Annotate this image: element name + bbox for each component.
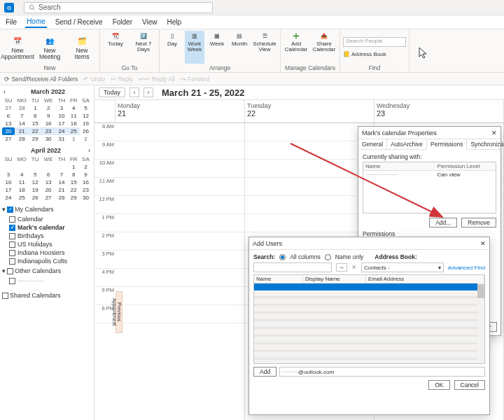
today-button[interactable]: 📆Today [103,31,128,64]
add-button[interactable]: Add... [429,218,457,227]
calendar-item[interactable]: ────── [2,276,92,285]
close-icon[interactable]: ✕ [491,130,497,136]
new-meeting-button[interactable]: 👥New Meeting [35,31,64,64]
checkbox-icon[interactable] [9,250,15,256]
other-calendars-header[interactable]: ▾ Other Calendars [2,267,92,274]
checkbox-icon[interactable] [9,241,15,248]
day-header-wednesday[interactable]: Wednesday23 [374,100,504,122]
checkbox-icon[interactable] [9,278,15,284]
group-label-goto: Go To [103,64,156,71]
next-month-button[interactable]: › [88,147,90,154]
workweek-button[interactable]: ▥Work Week [185,31,204,64]
ribbon-tabs: File Home Send / Receive Folder View Hel… [0,15,504,29]
checkbox-icon[interactable] [7,206,13,213]
tab-autoarchive[interactable]: AutoArchive [387,139,427,149]
tab-folder[interactable]: Folder [111,17,134,27]
tab-sendreceive[interactable]: Send / Receive [54,17,104,27]
address-book-button[interactable]: 📒Address Book [343,51,406,57]
tab-synchronization[interactable]: Synchronization [467,139,504,149]
week-button[interactable]: ▦Week [207,31,227,64]
cursor-icon [419,47,428,59]
checkbox-icon[interactable] [9,216,15,223]
sendreceive-button[interactable]: ⟳ Send/Receive All Folders [4,76,78,83]
search-field[interactable] [253,262,332,272]
tab-view[interactable]: View [141,17,159,27]
search-input[interactable]: Search [24,2,213,13]
today-pill[interactable]: Today [99,88,125,97]
search-icon [29,4,36,11]
tab-home[interactable]: Home [25,16,47,28]
new-items-button[interactable]: 🗂️New Items [67,31,97,64]
my-calendars-header[interactable]: ▾ My Calendars [2,206,92,213]
calendar-item[interactable]: Indiana Hoosiers [2,248,92,257]
checkbox-icon[interactable] [9,225,15,231]
previous-appointment-tab[interactable]: Previous Appointment [115,291,122,333]
addressbook-select[interactable]: Contacts -▾ [361,262,444,272]
advanced-find-link[interactable]: Advanced Find [448,265,485,271]
tab-help[interactable]: Help [166,17,183,27]
outlook-icon: O [4,3,14,13]
close-icon[interactable]: ✕ [480,240,486,247]
prev-week-button[interactable]: ‹ [130,88,139,97]
go-button[interactable]: → [336,263,348,272]
checkbox-icon[interactable] [9,233,15,239]
clear-button[interactable]: ✕ [351,264,357,271]
day-button[interactable]: ▯Day [162,31,182,64]
calendar-item[interactable]: Mark's calendar [2,223,92,232]
scheduleview-button[interactable]: ☰Schedule View [252,31,277,64]
next-week-button[interactable]: › [144,88,153,97]
month-label: March 2022 [31,88,65,95]
plus-icon: ＋ [291,31,301,41]
list-rows-blurred [254,290,477,363]
cancel-button[interactable]: Cancel [454,380,485,390]
next7-button[interactable]: 7️⃣Next 7 Days [131,31,156,64]
calendar-item[interactable]: Indianapolis Colts [2,257,92,265]
title-bar: O Search [0,0,504,15]
remove-button[interactable]: Remove [461,218,496,227]
calendar-item[interactable]: US Holidays [2,240,92,248]
users-list[interactable]: Name Display Name Email Address [253,274,485,364]
add-field[interactable]: ────@outlook.com [279,367,485,377]
meeting-icon: 👥 [43,34,56,47]
radio-name-only[interactable] [325,254,331,260]
calendar-item[interactable]: Birthdays [2,232,92,240]
radio-all-columns[interactable] [279,254,286,260]
group-label-arrange: Arrange [162,64,277,71]
scrollbar[interactable] [477,283,484,363]
checkbox-icon[interactable] [7,268,13,274]
day-header-monday[interactable]: Monday21 [115,100,245,122]
day-column[interactable] [115,123,245,420]
add-selected-button[interactable]: Add [253,367,276,377]
add-calendar-button[interactable]: ＋Add Calendar [284,31,309,64]
month-button[interactable]: ▤Month [230,31,249,64]
calendar-item[interactable]: Calendar [2,215,92,223]
minicalendar-april[interactable]: April 2022› SUMOTUWETHFRSA12345678910111… [2,147,92,202]
day-header-tuesday[interactable]: Tuesday22 [245,100,374,122]
checkbox-icon[interactable] [2,293,8,299]
add-users-dialog: Add Users✕ Search: All columns Name only… [248,237,490,415]
share-calendar-button[interactable]: 📤Share Calendar [312,31,337,64]
ok-button[interactable]: OK [428,380,449,390]
date-range: March 21 - 25, 2022 [162,88,245,98]
reply-button[interactable]: ↩ Reply [111,76,133,83]
tab-permissions[interactable]: Permissions [427,139,467,150]
search-people-input[interactable]: Search People [343,37,406,47]
shared-calendars-header[interactable]: Shared Calendars [2,292,92,299]
minicalendar-march[interactable]: ‹March 2022 SUMOTUWETHFRSA27281234567891… [2,88,92,143]
forward-button[interactable]: ↪ Forward [181,76,210,83]
checkbox-icon[interactable] [9,258,15,265]
replyall-button[interactable]: ↩↩ Reply All [139,76,174,83]
undo-button[interactable]: ↶ Undo [83,76,105,83]
day-icon: ▯ [167,31,177,41]
prev-month-button[interactable]: ‹ [4,88,6,95]
month-icon: ▤ [234,31,244,41]
sharing-list[interactable]: NamePermission Level ────────Can view [363,162,496,214]
new-appointment-button[interactable]: 📅New Appointment [3,31,32,64]
dialog-title: Add Users [253,240,282,247]
col-name: Name [254,275,303,283]
new-items-icon: 🗂️ [76,34,88,47]
tab-file[interactable]: File [4,17,18,27]
tab-general[interactable]: General [358,139,387,149]
sidebar: ‹March 2022 SUMOTUWETHFRSA27281234567891… [0,85,94,420]
month-label: April 2022 [31,147,61,154]
